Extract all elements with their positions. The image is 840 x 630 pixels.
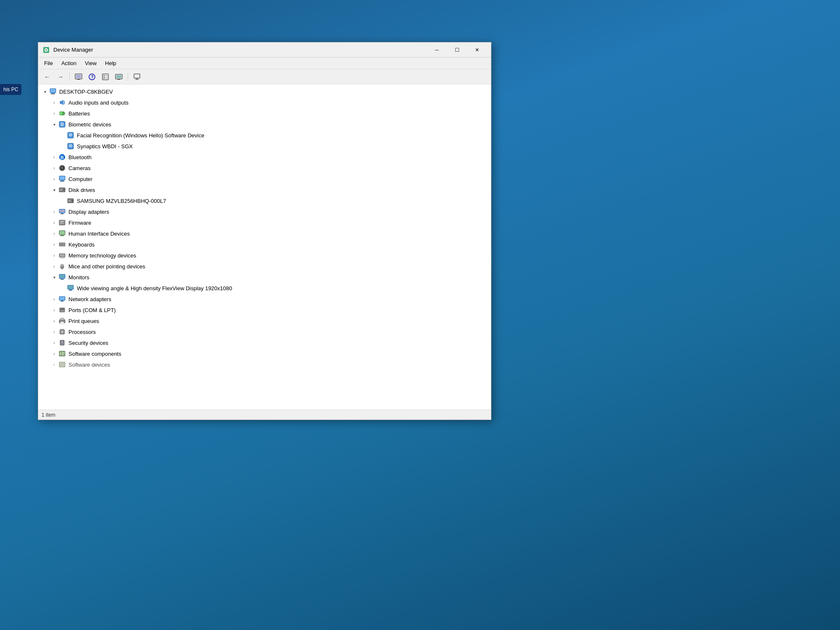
svg-rect-77 — [60, 257, 61, 258]
expand-mice[interactable]: › — [51, 263, 58, 270]
close-button[interactable]: ✕ — [467, 44, 487, 56]
expand-software-components[interactable]: › — [51, 350, 58, 357]
network-icon — [58, 295, 66, 303]
tree-mice[interactable]: › Mice and other pointing devices — [38, 261, 491, 272]
tree-view[interactable]: ▾ DESKTOP-C8KBGEV › — [38, 84, 491, 410]
tree-firmware[interactable]: › Firmware — [38, 217, 491, 228]
expand-root[interactable]: ▾ — [42, 88, 48, 95]
ports-label: Ports (COM & LPT) — [68, 307, 116, 313]
menu-view[interactable]: View — [81, 58, 101, 68]
svg-rect-128 — [60, 362, 65, 367]
biometric-label: Biometric devices — [68, 121, 111, 128]
menu-file[interactable]: File — [40, 58, 57, 68]
svg-rect-8 — [102, 74, 108, 80]
tree-network[interactable]: › Network adapters — [38, 294, 491, 304]
toolbar-separator-1 — [69, 73, 70, 81]
svg-rect-109 — [63, 329, 64, 330]
update-driver-button[interactable] — [113, 71, 125, 82]
tree-batteries[interactable]: › Batteries — [38, 108, 491, 119]
svg-rect-63 — [60, 231, 65, 234]
svg-rect-22 — [51, 94, 55, 94]
svg-rect-117 — [64, 332, 65, 333]
svg-rect-112 — [63, 334, 64, 335]
tree-processors[interactable]: › — [38, 326, 491, 337]
tree-synaptics[interactable]: Synaptics WBDI - SGX — [38, 141, 491, 152]
expand-cameras[interactable]: › — [51, 165, 58, 171]
properties-button[interactable] — [99, 71, 112, 82]
expand-memory[interactable]: › — [51, 252, 58, 259]
expand-display[interactable]: › — [51, 208, 58, 215]
expand-network[interactable]: › — [51, 296, 58, 302]
tree-security[interactable]: › Security devices — [38, 337, 491, 348]
expand-computer[interactable]: › — [51, 176, 58, 182]
tree-print-queues[interactable]: › Print queues — [38, 315, 491, 326]
audio-label: Audio inputs and outputs — [68, 100, 129, 106]
menu-action[interactable]: Action — [57, 58, 81, 68]
device-view-button[interactable] — [72, 71, 85, 82]
svg-rect-74 — [63, 245, 64, 246]
svg-rect-99 — [63, 309, 64, 310]
svg-rect-4 — [76, 75, 81, 78]
toolbar: ← → ? — [38, 69, 491, 84]
svg-text:?: ? — [91, 75, 94, 79]
display-adapters-icon — [58, 208, 66, 215]
security-icon — [58, 339, 66, 346]
tree-audio[interactable]: › Audio inputs and outputs — [38, 97, 491, 108]
svg-rect-103 — [60, 322, 64, 324]
expand-monitors[interactable]: ▾ — [51, 274, 58, 281]
svg-rect-53 — [68, 200, 71, 201]
root-label: DESKTOP-C8KBGEV — [59, 89, 113, 95]
svg-rect-98 — [62, 309, 63, 310]
expand-software-devices[interactable]: › — [51, 361, 58, 368]
tree-disk-drives[interactable]: ▾ Disk drives — [38, 184, 491, 195]
svg-rect-5 — [77, 79, 80, 80]
tree-ports[interactable]: › Ports (COM & LPT) — [38, 304, 491, 315]
svg-rect-91 — [69, 290, 72, 291]
minimize-button[interactable]: ─ — [427, 44, 446, 56]
tree-software-devices[interactable]: › Software devices — [38, 359, 491, 370]
software-devices-icon — [58, 361, 66, 368]
tree-monitors[interactable]: ▾ Monitors — [38, 272, 491, 283]
svg-rect-11 — [103, 77, 105, 79]
svg-rect-106 — [61, 331, 63, 333]
tree-computer[interactable]: › Computer — [38, 173, 491, 184]
forward-button[interactable]: → — [54, 71, 67, 82]
tree-keyboards[interactable]: › Keyboards — [38, 239, 491, 250]
expand-print[interactable]: › — [51, 318, 58, 324]
svg-rect-114 — [59, 332, 60, 333]
expand-bluetooth[interactable]: › — [51, 154, 58, 160]
maximize-button[interactable]: ☐ — [447, 44, 467, 56]
expand-ports[interactable]: › — [51, 307, 58, 313]
expand-keyboards[interactable]: › — [51, 241, 58, 248]
tree-bluetooth[interactable]: › B Bluetooth — [38, 152, 491, 163]
security-label: Security devices — [68, 340, 108, 346]
tree-flexview-monitor[interactable]: Wide viewing angle & High density FlexVi… — [38, 283, 491, 294]
back-button[interactable]: ← — [41, 71, 53, 82]
expand-batteries[interactable]: › — [51, 110, 58, 117]
svg-rect-125 — [62, 352, 65, 353]
tree-samsung-disk[interactable]: SAMSUNG MZVLB256HBHQ-000L7 — [38, 195, 491, 206]
expand-disk[interactable]: ▾ — [51, 186, 58, 193]
tree-software-components[interactable]: › Software components — [38, 348, 491, 359]
facial-recognition-icon — [67, 131, 74, 139]
expand-hid[interactable]: › — [51, 230, 58, 237]
device-manager-window: Device Manager ─ ☐ ✕ File Action View He… — [38, 42, 491, 420]
tree-memory[interactable]: › Memory technology devices — [38, 250, 491, 261]
desktop-sidebar-label: his PC — [0, 84, 21, 95]
expand-processors[interactable]: › — [51, 328, 58, 335]
tree-hid[interactable]: › Human Interface Devices — [38, 228, 491, 239]
tree-biometric[interactable]: ▾ Biometric devices — [38, 119, 491, 130]
menu-help[interactable]: Help — [101, 58, 121, 68]
tree-facial-recognition[interactable]: Facial Recognition (Windows Hello) Softw… — [38, 130, 491, 141]
tree-cameras[interactable]: › Cameras — [38, 163, 491, 173]
ports-icon — [58, 306, 66, 314]
expand-audio[interactable]: › — [51, 99, 58, 106]
tree-display-adapters[interactable]: › Display adapters — [38, 206, 491, 217]
refresh-button[interactable] — [131, 71, 143, 82]
svg-rect-44 — [60, 180, 64, 181]
expand-security[interactable]: › — [51, 339, 58, 346]
help-button[interactable]: ? — [86, 71, 98, 82]
expand-biometric[interactable]: ▾ — [51, 121, 58, 128]
expand-firmware[interactable]: › — [51, 219, 58, 226]
tree-root[interactable]: ▾ DESKTOP-C8KBGEV — [38, 86, 491, 97]
